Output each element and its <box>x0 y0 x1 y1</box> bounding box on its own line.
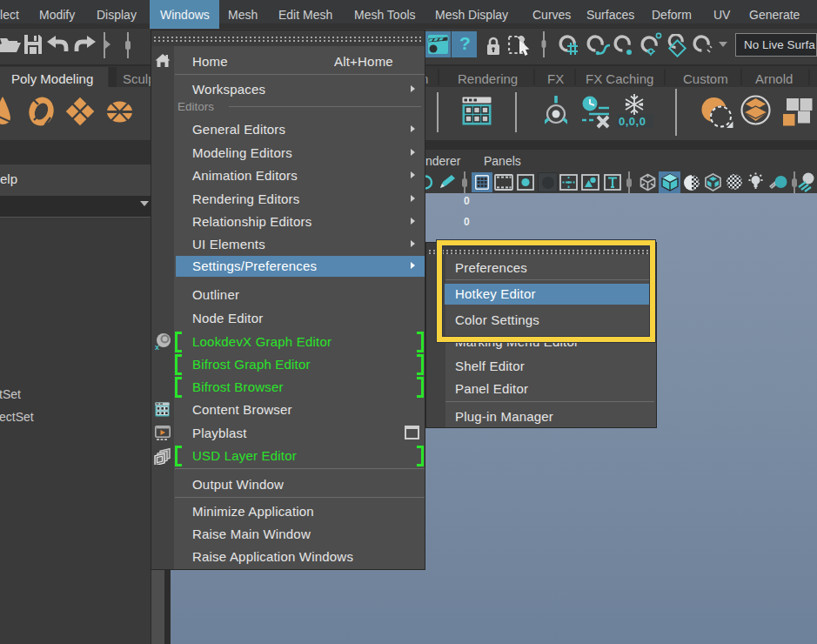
svg-text:x: x <box>155 343 159 351</box>
